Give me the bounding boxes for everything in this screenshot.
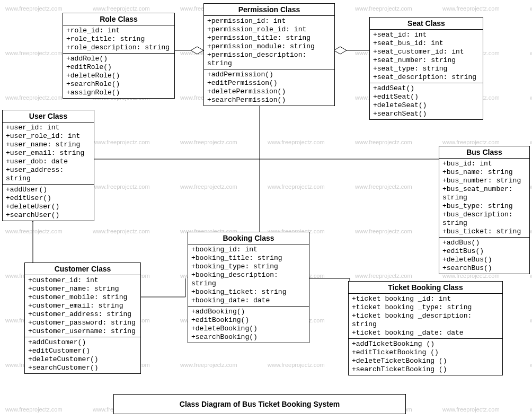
watermark: www.freeprojectz.com <box>530 317 532 323</box>
methods: +addBus()+editBus()+deleteBus()+searchBu… <box>439 238 529 274</box>
class-role: Role Class +role_id: int+role_title: str… <box>63 13 175 99</box>
class-booking: Booking Class +booking_id: int+booking_t… <box>188 232 309 343</box>
watermark: www.freeprojectz.com <box>530 228 532 234</box>
class-seat: Seat Class +seat_id: int+seat_bus_id: in… <box>369 17 483 120</box>
svg-marker-1 <box>191 47 203 54</box>
methods: +addUser()+editUser()+deleteUser()+searc… <box>3 185 94 221</box>
class-customer: Customer Class +customer_id: int+custome… <box>24 262 141 374</box>
watermark: www.freeprojectz.com <box>93 228 150 234</box>
watermark: www.freeprojectz.com <box>530 273 532 279</box>
class-user: User Class +user_id: int+user_role_id: i… <box>2 110 94 221</box>
watermark: www.freeprojectz.com <box>530 139 532 145</box>
attrs: +seat_id: int+seat_bus_id: int+seat_cust… <box>370 30 483 83</box>
diagram-title: Class Diagram of Bus Ticket Booking Syst… <box>113 394 406 414</box>
watermark: www.freeprojectz.com <box>180 362 237 368</box>
methods: +addPermission()+editPermission()+delete… <box>204 69 334 106</box>
watermark: www.freeprojectz.com <box>530 406 532 413</box>
methods: +addCustomer()+editCustomer()+deleteCust… <box>25 337 140 373</box>
methods: +addTicketBooking ()+editTicketBooking (… <box>349 339 502 375</box>
watermark: www.freeprojectz.com <box>5 406 63 413</box>
watermark: www.freeprojectz.com <box>442 139 500 145</box>
attrs: +permission_id: int+permission_role_id: … <box>204 16 334 69</box>
watermark: www.freeprojectz.com <box>530 5 532 12</box>
watermark: www.freeprojectz.com <box>5 50 63 56</box>
watermark: www.freeprojectz.com <box>5 228 63 234</box>
watermark: www.freeprojectz.com <box>93 183 150 190</box>
class-title: User Class <box>3 110 94 122</box>
methods: +addBooking()+editBooking()+deleteBookin… <box>188 307 309 343</box>
watermark: www.freeprojectz.com <box>268 362 325 368</box>
watermark: www.freeprojectz.com <box>268 183 325 190</box>
attrs: +role_id: int+role_title: string+role_de… <box>63 25 174 54</box>
watermark: www.freeprojectz.com <box>180 139 237 145</box>
attrs: +booking_id: int+booking_title: string+b… <box>188 244 309 307</box>
attrs: +user_id: int+user_role_id: int+user_nam… <box>3 122 94 185</box>
watermark: www.freeprojectz.com <box>355 5 412 12</box>
watermark: www.freeprojectz.com <box>530 94 532 101</box>
watermark: www.freeprojectz.com <box>355 183 412 190</box>
attrs: +bus_id: int+bus_name: string+bus_number… <box>439 159 529 238</box>
watermark: www.freeprojectz.com <box>268 139 325 145</box>
watermark: www.freeprojectz.com <box>5 5 63 12</box>
watermark: www.freeprojectz.com <box>180 183 237 190</box>
watermark: www.freeprojectz.com <box>355 273 412 279</box>
class-title: Role Class <box>63 13 174 25</box>
class-title: Booking Class <box>188 232 309 244</box>
watermark: www.freeprojectz.com <box>530 50 532 56</box>
watermark: www.freeprojectz.com <box>355 139 412 145</box>
class-title: Bus Class <box>439 146 529 159</box>
methods: +addSeat()+editSeat()+deleteSeat()+searc… <box>370 83 483 119</box>
watermark: www.freeprojectz.com <box>530 183 532 190</box>
watermark: www.freeprojectz.com <box>442 406 500 413</box>
watermark: www.freeprojectz.com <box>5 94 63 101</box>
watermark: www.freeprojectz.com <box>355 228 412 234</box>
watermark: www.freeprojectz.com <box>442 5 500 12</box>
svg-marker-2 <box>334 47 347 54</box>
watermark: www.freeprojectz.com <box>93 139 150 145</box>
class-title: Customer Class <box>25 263 140 275</box>
attrs: +customer_id: int+customer_name: string+… <box>25 275 140 337</box>
methods: +addRole()+editRole()+deleteRole()+searc… <box>63 54 174 98</box>
class-title: Seat Class <box>370 18 483 30</box>
class-ticket-booking: Ticket Booking Class +ticket booking _id… <box>348 281 503 375</box>
class-permission: Permission Class +permission_id: int+per… <box>203 3 335 106</box>
watermark: www.freeprojectz.com <box>93 5 150 12</box>
attrs: +ticket booking _id: int+ticket booking … <box>349 294 502 339</box>
watermark: www.freeprojectz.com <box>530 362 532 368</box>
class-bus: Bus Class +bus_id: int+bus_name: string+… <box>439 146 530 274</box>
class-title: Ticket Booking Class <box>349 282 502 294</box>
class-title: Permission Class <box>204 4 334 16</box>
